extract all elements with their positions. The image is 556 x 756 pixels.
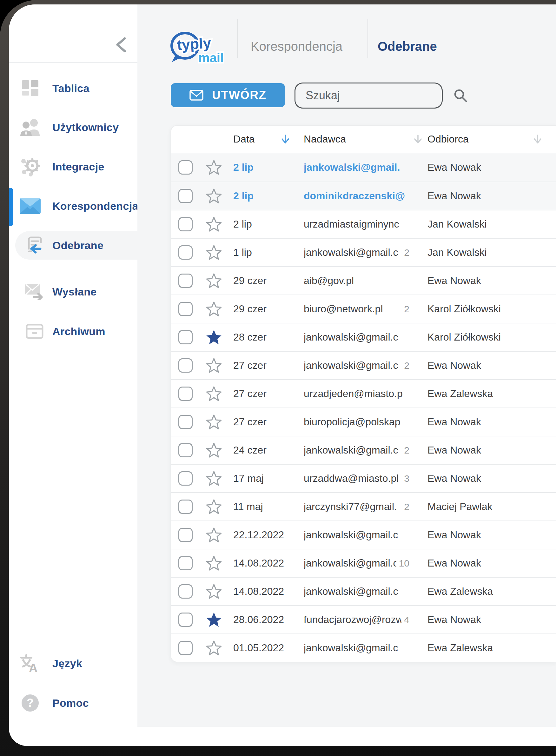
mail-date: 17 maj — [233, 473, 304, 484]
sidebar-item-label: Użytkownicy — [53, 121, 119, 134]
row-checkbox[interactable] — [178, 245, 193, 260]
star-toggle[interactable] — [205, 357, 223, 374]
table-row[interactable]: 1 lip jankowalski@gmail.c 2 Jan Kowalski — [171, 238, 556, 266]
star-outline-icon — [205, 244, 222, 261]
row-checkbox[interactable] — [178, 471, 193, 486]
row-checkbox[interactable] — [178, 217, 193, 231]
mail-sender: jarczynski77@gmail. — [304, 501, 397, 513]
sidebar-item-tablica[interactable]: Tablica — [9, 74, 137, 103]
star-toggle[interactable] — [205, 470, 223, 487]
column-header-data[interactable]: Data — [233, 133, 304, 145]
mail-date: 27 czer — [233, 388, 304, 400]
mail-recipient: Ewa Nowak — [427, 275, 556, 286]
table-row[interactable]: 2 lip dominikdraczenski@ Ewa Nowak — [171, 181, 556, 210]
sidebar-item-label: Korespondencja — [53, 200, 138, 212]
column-header-odbiorca[interactable]: Odbiorca — [427, 133, 556, 145]
table-row[interactable]: 27 czer urzadjeden@miasto.p Ewa Zalewska — [171, 379, 556, 408]
table-row[interactable]: 14.08.2022 jankowalski@gmail.c Ewa Zalew… — [171, 577, 556, 605]
breadcrumb-odebrane[interactable]: Odebrane — [378, 39, 437, 54]
star-toggle[interactable] — [205, 442, 223, 458]
table-row[interactable]: 17 maj urzaddwa@miasto.pl 3 Ewa Nowak — [171, 464, 556, 492]
star-toggle[interactable] — [205, 527, 223, 543]
sidebar-item-integracje[interactable]: Integracje — [9, 152, 137, 181]
row-checkbox[interactable] — [178, 500, 193, 514]
table-header: Data Nadawca Odbiorca — [171, 126, 556, 153]
sidebar-item-jezyk[interactable]: A Język — [9, 649, 137, 678]
breadcrumb-korespondencja[interactable]: Korespondencja — [251, 39, 342, 54]
star-outline-icon — [205, 414, 222, 431]
search-input[interactable] — [296, 83, 453, 108]
row-checkbox[interactable] — [178, 641, 193, 655]
row-checkbox[interactable] — [178, 160, 193, 175]
table-row[interactable]: 14.08.2022 jankowalski@gmail.c 10 Ewa No… — [171, 549, 556, 577]
row-checkbox[interactable] — [178, 415, 193, 429]
star-toggle[interactable] — [205, 273, 223, 289]
sidebar-item-korespondencja[interactable]: Korespondencja — [9, 192, 137, 220]
column-header-nadawca[interactable]: Nadawca — [304, 133, 427, 145]
row-checkbox[interactable] — [178, 358, 193, 373]
sidebar-item-wyslane[interactable]: Wysłane — [9, 277, 137, 306]
compose-button[interactable]: UTWÓRZ — [171, 83, 285, 107]
star-outline-icon — [205, 583, 222, 600]
star-toggle[interactable] — [205, 640, 223, 656]
sidebar-item-label: Pomoc — [53, 697, 89, 709]
star-toggle[interactable] — [205, 555, 223, 572]
sidebar-item-pomoc[interactable]: ? Pomoc — [9, 689, 137, 717]
sidebar-item-odebrane[interactable]: Odebrane — [9, 231, 137, 260]
mail-recipient: Ewa Nowak — [427, 416, 556, 428]
mail-sender: urzadmiastaigminync — [304, 218, 399, 230]
row-checkbox[interactable] — [178, 613, 193, 627]
star-toggle[interactable] — [205, 612, 223, 628]
mail-recipient: Ewa Nowak — [427, 444, 556, 456]
mail-recipient: Maciej Pawlak — [427, 501, 556, 513]
mail-recipient: Ewa Nowak — [427, 557, 556, 569]
star-toggle[interactable] — [205, 159, 223, 176]
star-toggle[interactable] — [205, 301, 223, 317]
table-row[interactable]: 11 maj jarczynski77@gmail. 2 Maciej Pawl… — [171, 492, 556, 520]
column-label: Data — [233, 133, 255, 145]
mail-sender-cell: jankowalski@gmail. — [304, 162, 409, 173]
row-checkbox[interactable] — [178, 443, 193, 457]
mail-date: 29 czer — [233, 275, 304, 286]
table-row[interactable]: 24 czer jankowalski@gmail.c 2 Ewa Nowak — [171, 436, 556, 464]
table-row[interactable]: 28 czer jankowalski@gmail.c Karol Ziółko… — [171, 323, 556, 351]
table-row[interactable]: 22.12.2022 jankowalski@gmail.c Ewa Nowak — [171, 520, 556, 549]
row-checkbox[interactable] — [178, 584, 193, 598]
row-checkbox[interactable] — [178, 386, 193, 401]
row-checkbox[interactable] — [178, 302, 193, 316]
table-row[interactable]: 2 lip jankowalski@gmail. Ewa Nowak — [171, 153, 556, 181]
sort-arrow-icon — [281, 134, 290, 144]
star-toggle[interactable] — [205, 188, 223, 204]
star-outline-icon — [205, 527, 222, 543]
row-checkbox[interactable] — [178, 189, 193, 203]
table-row[interactable]: 29 czer aib@gov.pl Ewa Nowak — [171, 266, 556, 295]
thread-count: 10 — [399, 558, 409, 569]
table-row[interactable]: 29 czer biuro@network.pl 2 Karol Ziółkow… — [171, 295, 556, 323]
mail-date: 27 czer — [233, 359, 304, 371]
star-toggle[interactable] — [205, 244, 223, 261]
star-toggle[interactable] — [205, 216, 223, 233]
table-row[interactable]: 01.05.2022 jankowalski@gmail.c Ewa Zalew… — [171, 633, 556, 662]
sidebar-item-uzytkownicy[interactable]: Użytkownicy — [9, 113, 137, 142]
sidebar-item-archiwum[interactable]: Archiwum — [9, 317, 137, 346]
mail-date: 22.12.2022 — [233, 529, 304, 541]
table-row[interactable]: 27 czer biuropolicja@polskap Ewa Nowak — [171, 408, 556, 436]
table-row[interactable]: 2 lip urzadmiastaigminync Jan Kowalski — [171, 210, 556, 238]
thread-count: 2 — [404, 502, 409, 512]
star-toggle[interactable] — [205, 386, 223, 402]
search-button[interactable] — [453, 83, 468, 108]
table-row[interactable]: 27 czer jankowalski@gmail.c 2 Ewa Nowak — [171, 351, 556, 379]
row-checkbox[interactable] — [178, 330, 193, 344]
row-checkbox[interactable] — [178, 528, 193, 542]
star-toggle[interactable] — [205, 583, 223, 600]
table-row[interactable]: 28.06.2022 fundacjarozwoj@rozw 4 Ewa Now… — [171, 605, 556, 633]
row-checkbox[interactable] — [178, 556, 193, 570]
thread-count: 3 — [404, 473, 409, 484]
sidebar-collapse-button[interactable] — [110, 34, 133, 55]
star-toggle[interactable] — [205, 414, 223, 431]
row-checkbox[interactable] — [178, 274, 193, 288]
star-toggle[interactable] — [205, 329, 223, 346]
mail-recipient: Ewa Zalewska — [427, 388, 556, 400]
integrations-icon — [19, 157, 41, 176]
star-toggle[interactable] — [205, 499, 223, 515]
